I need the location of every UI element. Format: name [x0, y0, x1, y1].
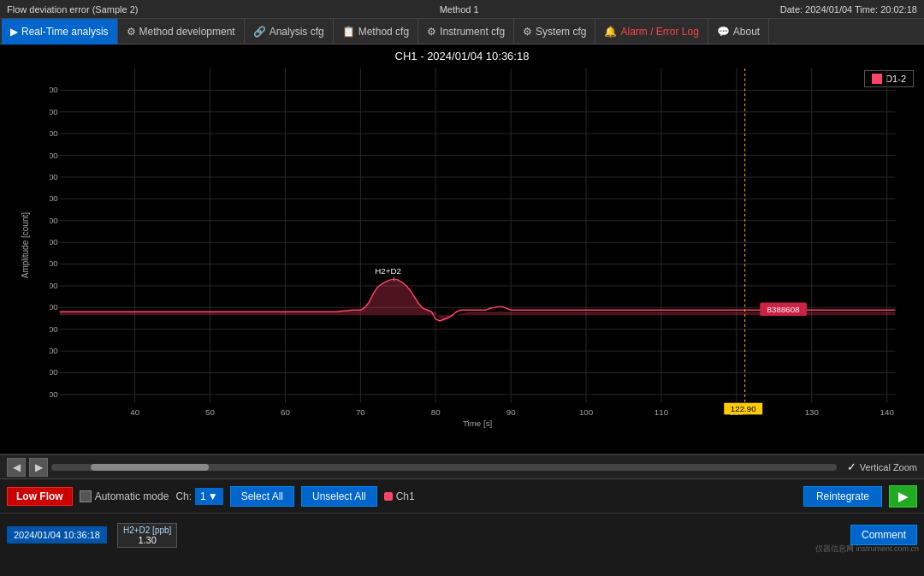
svg-text:130: 130	[805, 407, 820, 417]
svg-text:8388608: 8388608	[767, 305, 800, 314]
vertical-zoom-checkmark: ✓	[847, 460, 856, 473]
scrollbar-thumb[interactable]	[91, 464, 209, 471]
svg-text:8650000: 8650000	[50, 193, 58, 203]
chart-title: CH1 - 2024/01/04 10:36:18	[0, 45, 924, 64]
tab-alarm[interactable]: 🔔 Alarm / Error Log	[595, 19, 708, 45]
tab-alarm-label: Alarm / Error Log	[620, 26, 698, 38]
low-flow-badge: Low Flow	[7, 487, 73, 506]
svg-text:8500000: 8500000	[50, 258, 58, 268]
tab-system-cfg-label: System cfg	[536, 26, 586, 38]
channel-value: 1	[200, 490, 206, 502]
svg-text:8350000: 8350000	[50, 324, 58, 334]
svg-text:100: 100	[579, 407, 594, 417]
analysis-cfg-icon: 🔗	[253, 26, 266, 38]
nav-bar: ▶ Real-Time analysis ⚙ Method developmen…	[0, 19, 924, 45]
alarm-icon: 🔔	[604, 26, 617, 38]
ch1-text: Ch1	[396, 490, 415, 502]
title-bar: Flow deviation error (Sample 2) Method 1…	[0, 0, 924, 19]
tab-realtime-label: Real-Time analysis	[21, 26, 109, 38]
title-left: Flow deviation error (Sample 2)	[7, 4, 138, 15]
tab-instrument-cfg[interactable]: ⚙ Instrument cfg	[418, 19, 514, 45]
select-all-button[interactable]: Select All	[230, 486, 294, 507]
svg-text:8600000: 8600000	[50, 216, 58, 225]
automatic-mode-container: Automatic mode	[80, 490, 169, 502]
tab-analysis-cfg[interactable]: 🔗 Analysis cfg	[245, 19, 334, 45]
svg-text:8700000: 8700000	[50, 172, 58, 181]
vertical-zoom-label: Vertical Zoom	[860, 462, 917, 472]
about-icon: 💬	[717, 26, 730, 38]
svg-text:8750000: 8750000	[50, 151, 58, 160]
dropdown-arrow-icon: ▼	[208, 490, 218, 502]
vertical-zoom-container: ✓ Vertical Zoom	[847, 460, 917, 473]
tab-system-cfg[interactable]: ⚙ System cfg	[514, 19, 595, 45]
scroll-left-button[interactable]: ◀	[7, 458, 26, 477]
title-right: Date: 2024/01/04 Time: 20:02:18	[780, 4, 917, 15]
instrument-cfg-icon: ⚙	[427, 26, 436, 38]
tab-method-cfg[interactable]: 📋 Method cfg	[334, 19, 418, 45]
tab-method-development[interactable]: ⚙ Method development	[118, 19, 245, 45]
svg-text:8300000: 8300000	[50, 346, 58, 355]
svg-text:8550000: 8550000	[50, 237, 58, 246]
svg-text:8450000: 8450000	[50, 281, 58, 290]
automatic-mode-checkbox[interactable]	[80, 490, 92, 502]
annotation-bar: 2024/01/04 10:36:18 H2+D2 [ppb] 1.30 Com…	[0, 514, 924, 556]
svg-text:8800000: 8800000	[50, 128, 58, 138]
channel-dropdown[interactable]: 1 ▼	[195, 488, 223, 505]
svg-text:8400000: 8400000	[50, 302, 58, 312]
system-cfg-icon: ⚙	[523, 26, 532, 38]
zoom-bar: ◀ ▶ ✓ Vertical Zoom	[0, 455, 924, 479]
svg-text:140: 140	[880, 407, 895, 417]
tab-analysis-cfg-label: Analysis cfg	[270, 26, 324, 38]
svg-text:70: 70	[356, 407, 365, 417]
title-center: Method 1	[440, 4, 479, 15]
realtime-icon: ▶	[10, 26, 18, 38]
peak-annotation-header: H2+D2 [ppb]	[123, 526, 171, 535]
svg-text:122.90: 122.90	[731, 404, 756, 413]
svg-text:90: 90	[506, 407, 516, 417]
svg-text:80: 80	[431, 407, 441, 417]
svg-text:110: 110	[654, 407, 669, 417]
reintegrate-button[interactable]: Reintegrate	[803, 486, 882, 507]
tab-method-dev-label: Method development	[139, 26, 235, 38]
svg-text:H2+D2: H2+D2	[375, 266, 401, 276]
method-dev-icon: ⚙	[127, 26, 136, 38]
svg-text:Time [s]: Time [s]	[463, 419, 493, 428]
date-badge: 2024/01/04 10:36:18	[7, 526, 107, 543]
tab-instrument-cfg-label: Instrument cfg	[440, 26, 505, 38]
ch1-color-indicator	[384, 492, 393, 501]
ch1-label: Ch1	[384, 490, 415, 502]
svg-text:60: 60	[281, 407, 290, 417]
peak-annotation: H2+D2 [ppb] 1.30	[117, 523, 177, 548]
method-cfg-icon: 📋	[342, 26, 355, 38]
comment-button[interactable]: Comment	[850, 525, 917, 545]
svg-text:50: 50	[205, 407, 215, 417]
y-axis-label: Amplitude [count]	[21, 212, 30, 278]
watermark: 仪器信息网 instrument.com.cn	[815, 543, 919, 555]
automatic-mode-label: Automatic mode	[95, 490, 169, 502]
chart-svg[interactable]: 8900000 8850000 8800000 8750000 8700000 …	[50, 68, 914, 428]
svg-text:8200000: 8200000	[50, 389, 58, 399]
channel-selector: Ch: 1 ▼	[175, 488, 222, 505]
bottom-bar: Low Flow Automatic mode Ch: 1 ▼ Select A…	[0, 479, 924, 514]
tab-about[interactable]: 💬 About	[708, 19, 769, 45]
svg-text:8900000: 8900000	[50, 85, 58, 94]
svg-text:8850000: 8850000	[50, 107, 58, 116]
tab-realtime[interactable]: ▶ Real-Time analysis	[2, 19, 118, 45]
tab-method-cfg-label: Method cfg	[358, 26, 409, 38]
peak-annotation-value: 1.30	[123, 535, 171, 545]
scrollbar-track[interactable]	[51, 464, 837, 471]
unselect-all-button[interactable]: Unselect All	[301, 486, 377, 507]
arrow-button[interactable]: ▶	[889, 485, 917, 508]
svg-text:40: 40	[130, 407, 139, 417]
svg-text:8250000: 8250000	[50, 367, 58, 377]
ch-label: Ch:	[175, 490, 192, 502]
tab-about-label: About	[733, 26, 760, 38]
chart-container: CH1 - 2024/01/04 10:36:18 D1-2 Amplitude…	[0, 45, 924, 455]
scroll-right-button[interactable]: ▶	[29, 458, 48, 477]
